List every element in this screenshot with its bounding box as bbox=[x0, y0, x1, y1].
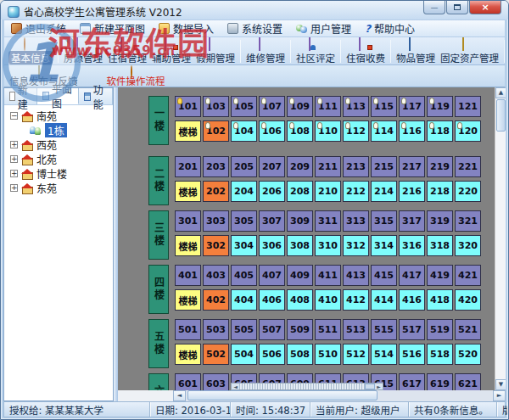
scroll-down-button[interactable]: ▼ bbox=[495, 379, 506, 390]
scroll-right-icon[interactable]: ► bbox=[375, 384, 383, 389]
expand-icon[interactable]: + bbox=[10, 155, 18, 163]
room-cell[interactable]: 115 bbox=[371, 96, 397, 117]
room-cell[interactable]: 321 bbox=[455, 210, 481, 232]
room-cell[interactable]: 504 bbox=[231, 344, 257, 365]
room-cell[interactable]: 521 bbox=[455, 319, 481, 340]
room-cell[interactable]: 120 bbox=[455, 120, 481, 142]
room-cell[interactable]: 208 bbox=[287, 181, 313, 202]
room-cell[interactable]: 219 bbox=[427, 156, 453, 177]
room-cell[interactable]: 419 bbox=[427, 265, 453, 286]
scroll-thumb[interactable] bbox=[365, 384, 375, 389]
room-cell[interactable]: 214 bbox=[371, 181, 397, 202]
toolbar-lodging-fees[interactable]: 住宿收费 bbox=[344, 38, 388, 64]
room-cell[interactable]: 117 bbox=[399, 96, 425, 117]
room-cell[interactable]: 518 bbox=[427, 344, 453, 365]
room-cell[interactable]: 312 bbox=[343, 235, 369, 256]
room-cell[interactable]: 307 bbox=[259, 210, 285, 232]
room-cell[interactable]: 318 bbox=[427, 235, 453, 256]
room-cell[interactable]: 301 bbox=[175, 210, 201, 232]
room-cell[interactable]: 509 bbox=[287, 319, 313, 340]
scroll-left-button[interactable]: ◄ bbox=[173, 390, 186, 401]
room-cell[interactable]: 215 bbox=[371, 156, 397, 177]
expand-icon[interactable]: + bbox=[10, 141, 18, 148]
tree-item-dongyuan[interactable]: + 东苑 bbox=[4, 181, 113, 195]
vertical-scrollbar[interactable]: ▲ ▼ bbox=[495, 87, 506, 390]
horizontal-scroll-thumb[interactable] bbox=[187, 390, 378, 400]
room-cell[interactable]: 313 bbox=[343, 210, 369, 232]
horizontal-scroll-track[interactable] bbox=[186, 390, 493, 401]
room-cell[interactable]: 505 bbox=[231, 319, 257, 340]
toolbar-basic-info[interactable]: 基本信息 bbox=[6, 38, 55, 64]
room-cell[interactable]: 320 bbox=[455, 235, 481, 256]
room-cell[interactable]: 305 bbox=[231, 210, 257, 232]
room-cell[interactable]: 414 bbox=[371, 289, 397, 311]
room-cell[interactable]: 406 bbox=[259, 289, 285, 311]
room-cell[interactable]: 319 bbox=[427, 210, 453, 232]
menu-item-help-center[interactable]: ?帮助中心 bbox=[365, 21, 415, 36]
room-cell[interactable]: 512 bbox=[343, 344, 369, 365]
room-cell[interactable]: 501 bbox=[175, 319, 201, 340]
horizontal-scrollbar[interactable]: ◄ ► bbox=[173, 390, 506, 401]
room-cell[interactable]: 601 bbox=[175, 373, 201, 390]
room-cell[interactable]: 102 bbox=[203, 120, 229, 142]
menu-item-new-floorplan[interactable]: 新建平面图 bbox=[80, 21, 145, 36]
room-cell[interactable]: 221 bbox=[455, 156, 481, 177]
toolbar-goods-mgmt[interactable]: 物品管理 bbox=[394, 38, 438, 64]
room-cell[interactable]: 417 bbox=[399, 265, 425, 286]
room-cell[interactable]: 617 bbox=[399, 373, 425, 390]
room-cell[interactable]: 415 bbox=[371, 265, 397, 286]
stairs-cell[interactable]: 楼梯 bbox=[175, 181, 201, 202]
room-cell[interactable]: 511 bbox=[315, 319, 341, 340]
room-cell[interactable]: 413 bbox=[343, 265, 369, 286]
menu-item-user-management[interactable]: 用户管理 bbox=[296, 21, 351, 36]
room-cell[interactable]: 202 bbox=[203, 181, 229, 202]
toolbar-auxiliary-mgmt[interactable]: 辅助管理 bbox=[149, 38, 193, 64]
scroll-right-button[interactable]: ► bbox=[493, 390, 506, 401]
room-cell[interactable]: 510 bbox=[315, 344, 341, 365]
room-cell[interactable]: 110 bbox=[315, 120, 341, 142]
room-cell[interactable]: 121 bbox=[455, 96, 481, 117]
stairs-cell[interactable]: 楼梯 bbox=[175, 289, 201, 311]
room-cell[interactable]: 315 bbox=[371, 210, 397, 232]
room-cell[interactable]: 108 bbox=[287, 120, 313, 142]
room-cell[interactable]: 311 bbox=[315, 210, 341, 232]
room-cell[interactable]: 212 bbox=[343, 181, 369, 202]
stairs-cell[interactable]: 楼梯 bbox=[175, 235, 201, 256]
minimize-button[interactable]: — bbox=[423, 1, 445, 14]
room-cell[interactable]: 107 bbox=[259, 96, 285, 117]
room-cell[interactable]: 519 bbox=[427, 319, 453, 340]
room-cell[interactable]: 306 bbox=[259, 235, 285, 256]
tab-functions[interactable]: 功能 bbox=[79, 88, 113, 104]
room-cell[interactable]: 506 bbox=[259, 344, 285, 365]
room-cell[interactable]: 409 bbox=[287, 265, 313, 286]
scroll-up-button[interactable]: ▲ bbox=[495, 87, 506, 98]
room-cell[interactable]: 205 bbox=[231, 156, 257, 177]
room-cell[interactable]: 206 bbox=[259, 181, 285, 202]
toolbar-housing-mgmt[interactable]: 房源管理 bbox=[61, 38, 105, 64]
room-cell[interactable]: 619 bbox=[427, 373, 453, 390]
close-button[interactable]: × bbox=[469, 1, 501, 14]
expand-icon[interactable]: + bbox=[10, 170, 18, 177]
room-cell[interactable]: 211 bbox=[315, 156, 341, 177]
room-cell[interactable]: 112 bbox=[343, 120, 369, 142]
room-cell[interactable]: 213 bbox=[343, 156, 369, 177]
room-cell[interactable]: 203 bbox=[203, 156, 229, 177]
room-cell[interactable]: 407 bbox=[259, 265, 285, 286]
room-cell[interactable]: 401 bbox=[175, 265, 201, 286]
room-cell[interactable]: 218 bbox=[427, 181, 453, 202]
scroll-left-icon[interactable]: ◄ bbox=[232, 384, 239, 389]
vertical-scroll-thumb[interactable] bbox=[496, 99, 506, 132]
room-cell[interactable]: 516 bbox=[399, 344, 425, 365]
room-cell[interactable]: 101 bbox=[175, 96, 201, 117]
software-workflow-button[interactable]: 软件操作流程 bbox=[107, 66, 165, 87]
room-cell[interactable]: 418 bbox=[427, 289, 453, 311]
toolbar-fixed-assets[interactable]: 固定资产管理 bbox=[438, 38, 501, 64]
room-cell[interactable]: 513 bbox=[343, 319, 369, 340]
room-cell[interactable]: 308 bbox=[287, 235, 313, 256]
room-cell[interactable]: 103 bbox=[203, 96, 229, 117]
room-cell[interactable]: 114 bbox=[371, 120, 397, 142]
room-cell[interactable]: 220 bbox=[455, 181, 481, 202]
room-cell[interactable]: 621 bbox=[455, 373, 481, 390]
room-cell[interactable]: 507 bbox=[259, 319, 285, 340]
room-cell[interactable]: 113 bbox=[343, 96, 369, 117]
